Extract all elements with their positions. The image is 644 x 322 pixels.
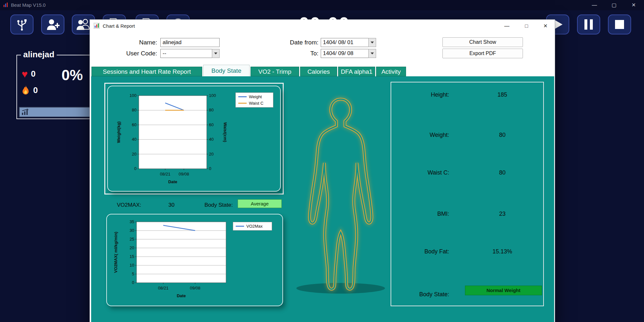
window-maximize-button[interactable]: ▢ — [607, 1, 621, 10]
app-logo-icon — [3, 2, 8, 9]
chart-show-button[interactable]: Chart Show — [442, 37, 523, 47]
height-label: Height: — [391, 91, 449, 98]
tab-strip: Sessions and Heart Rate Report Body Stat… — [90, 64, 555, 76]
waist-label: Waist C: — [391, 169, 449, 176]
add-user-icon — [46, 18, 60, 31]
body-state-tab-content: 00202040406060808010010008/2109/08DateWe… — [91, 76, 554, 322]
calorie-row: 0 — [22, 85, 38, 95]
dialog-title: Chart & Report — [103, 23, 135, 29]
user-code-label: User Code: — [112, 50, 157, 57]
heart-count: 0 — [31, 69, 35, 79]
height-value: 185 — [472, 91, 533, 98]
svg-text:0: 0 — [134, 166, 137, 171]
svg-text:20: 20 — [209, 152, 213, 156]
info-row-height: Height: 185 — [391, 91, 543, 100]
heart-icon: ♥ — [22, 69, 28, 79]
stats-icon — [22, 109, 30, 115]
waist-value: 80 — [472, 169, 533, 176]
user-panel: alinejad ♥ 0 0 0% — [16, 55, 91, 119]
desktop: Beat Map V15.0 — ▢ ✕ — [0, 0, 644, 322]
stop-button[interactable] — [608, 14, 631, 34]
svg-text:10: 10 — [130, 263, 134, 268]
date-from-input[interactable] — [321, 38, 376, 47]
chart-report-dialog: Chart & Report — □ ✕ Name: Date from: Ch… — [90, 19, 555, 322]
svg-text:35: 35 — [130, 219, 134, 224]
legend-entry: Waist C — [238, 101, 270, 106]
usb-connect-button[interactable] — [10, 14, 33, 34]
svg-text:100: 100 — [209, 93, 216, 98]
tab-vo2-trimp[interactable]: VO2 - Trimp — [251, 67, 299, 76]
tab-body-state[interactable]: Body State — [203, 65, 250, 76]
info-row-weight: Weight: 80 — [391, 132, 543, 140]
info-row-bmi: BMI: 23 — [391, 211, 543, 219]
name-label: Name: — [118, 39, 157, 46]
svg-text:80: 80 — [132, 108, 137, 112]
body-info-panel: Height: 185 Weight: 80 Waist C: 80 BMI: … — [391, 82, 544, 306]
tab-sessions-and-heart-rate-report[interactable]: Sessions and Heart Rate Report — [91, 67, 202, 76]
svg-text:40: 40 — [209, 137, 213, 142]
tab-calories[interactable]: Calories — [300, 67, 337, 76]
weight-label: Weight: — [391, 132, 449, 138]
svg-text:20: 20 — [130, 245, 134, 250]
vo2max-value: 30 — [168, 202, 175, 208]
date-from-label: Date from: — [267, 39, 318, 46]
svg-text:09/08: 09/08 — [190, 286, 201, 290]
svg-text:30: 30 — [130, 228, 134, 233]
svg-text:40: 40 — [132, 137, 137, 142]
info-row-body-fat: Body Fat: 15.13% — [391, 248, 543, 257]
tab-activity[interactable]: Activity — [376, 67, 406, 76]
dialog-maximize-button[interactable]: □ — [518, 21, 535, 31]
user-code-dropdown-button[interactable] — [212, 49, 220, 58]
svg-text:60: 60 — [132, 122, 137, 127]
date-to-dropdown-button[interactable] — [368, 49, 376, 58]
chevron-down-icon — [214, 52, 217, 54]
svg-text:60: 60 — [209, 122, 213, 127]
progress-bar — [19, 107, 91, 117]
add-user-button[interactable] — [41, 14, 64, 34]
body-silhouette — [288, 79, 394, 312]
bmi-value: 23 — [472, 211, 533, 217]
user-panel-name: alinejad — [21, 50, 57, 60]
stop-icon — [615, 20, 624, 29]
svg-text:0: 0 — [132, 280, 134, 285]
normal-weight-badge: Normal Weight — [465, 286, 542, 295]
heart-rate-row: ♥ 0 — [22, 69, 35, 79]
flame-icon — [22, 85, 30, 95]
app-title: Beat Map V15.0 — [11, 2, 46, 8]
legend-entry: Weight — [238, 94, 270, 99]
svg-text:80: 80 — [209, 108, 213, 112]
export-pdf-button[interactable]: Export PDF — [442, 49, 523, 58]
weight-waist-legend: WeightWaist C — [235, 92, 273, 108]
date-from-dropdown-button[interactable] — [368, 38, 376, 47]
body-state-badge: Average — [238, 199, 282, 208]
svg-text:09/08: 09/08 — [179, 172, 189, 176]
name-input[interactable] — [160, 38, 220, 47]
dialog-close-button[interactable]: ✕ — [537, 21, 554, 31]
session-timer: 00:00 — [299, 13, 350, 34]
svg-text:25: 25 — [130, 237, 134, 242]
body-state-result-label: Body State: — [391, 291, 449, 298]
usb-icon — [16, 18, 28, 31]
window-close-button[interactable]: ✕ — [626, 1, 641, 10]
info-row-waist: Waist C: 80 — [391, 169, 543, 178]
tab-dfa-alpha1[interactable]: DFA alpha1 — [338, 67, 375, 76]
vo2max-label: VO2MAX: — [117, 202, 141, 208]
user-code-select[interactable] — [160, 49, 220, 58]
svg-text:08/21: 08/21 — [158, 286, 169, 290]
window-minimize-button[interactable]: — — [587, 1, 602, 10]
svg-text:5: 5 — [132, 271, 134, 276]
svg-text:100: 100 — [129, 93, 137, 98]
body-fat-label: Body Fat: — [391, 248, 449, 255]
svg-text:15: 15 — [130, 254, 134, 259]
pause-button[interactable] — [577, 14, 600, 34]
progress-percent: 0% — [62, 66, 83, 84]
dialog-chart-icon — [94, 23, 99, 30]
chevron-down-icon — [371, 52, 374, 54]
calorie-count: 0 — [33, 85, 38, 95]
chevron-down-icon — [371, 42, 374, 43]
to-label: To: — [293, 50, 318, 57]
svg-text:20: 20 — [132, 152, 137, 156]
svg-text:0: 0 — [209, 166, 211, 171]
dialog-minimize-button[interactable]: — — [498, 21, 515, 31]
date-to-input[interactable] — [321, 49, 376, 58]
